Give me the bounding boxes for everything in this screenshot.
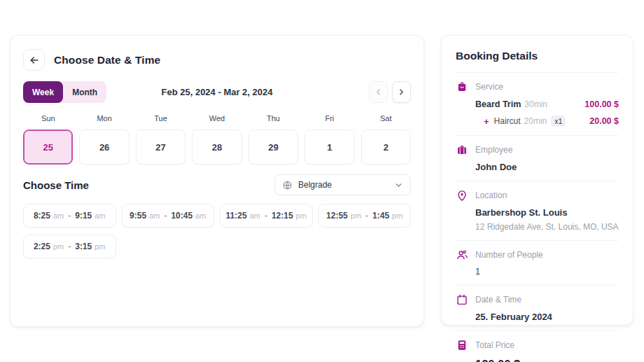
datetime-label: Date & Time (475, 295, 522, 305)
slot-start-time: 12:55 (326, 211, 348, 221)
calendar-icon (456, 293, 468, 306)
slot-end-time: 3:15 (75, 242, 92, 251)
day-cell[interactable]: 1 (304, 130, 354, 165)
week-nav (369, 81, 411, 103)
next-week-button[interactable] (392, 81, 411, 103)
booking-details-panel: Booking Details Service Beard Trim 30min… (441, 35, 634, 326)
service-main-row: Beard Trim 30min 100.00 $ (475, 99, 619, 109)
day-cell[interactable]: 29 (248, 130, 298, 165)
booking-details-title: Booking Details (456, 46, 619, 72)
location-address: 12 Ridgedale Ave, St. Louis, MO, USA (475, 222, 619, 232)
weekday-label: Wed (192, 114, 241, 130)
weekday-label: Fri (304, 114, 354, 130)
slot-end-period: am (94, 211, 105, 220)
slot-end-period: pm (296, 211, 307, 220)
time-slot[interactable]: 9:55 am - 10:45 am (122, 204, 215, 228)
globe-icon (282, 180, 293, 190)
slot-separator: - (263, 211, 269, 221)
day-cell-selected[interactable]: 25 (23, 130, 73, 165)
slot-separator: - (66, 242, 72, 251)
time-slot-list: 8:25 am - 9:15 am 9:55 am - 10:45 am 11:… (23, 204, 411, 258)
service-label: Service (475, 82, 503, 92)
addon-price: 20.00 $ (589, 116, 619, 126)
total-price-section: Total Price 120.00 $ (456, 331, 619, 362)
day-cell[interactable]: 26 (79, 130, 129, 165)
view-toggle: Week Month (23, 81, 106, 103)
map-pin-icon (456, 189, 468, 202)
page-title: Choose Date & Time (54, 54, 160, 67)
slot-end-period: am (195, 211, 206, 220)
choose-date-time-panel: Choose Date & Time Week Month Feb 25, 20… (10, 35, 424, 327)
slot-end-time: 9:15 (75, 211, 92, 221)
slot-end-time: 10:45 (171, 211, 192, 221)
day-cell[interactable]: 27 (136, 130, 186, 165)
employee-label: Employee (475, 145, 512, 155)
time-slot[interactable]: 2:25 pm - 3:15 pm (23, 235, 116, 258)
slot-end-time: 12:15 (272, 211, 293, 221)
slot-separator: - (162, 211, 168, 221)
slot-separator: - (364, 211, 370, 221)
datetime-value: 25. February 2024 (475, 312, 619, 322)
time-slot[interactable]: 8:25 am - 9:15 am (23, 204, 116, 228)
slot-end-time: 1:45 (372, 211, 389, 221)
chevron-left-icon (374, 88, 383, 97)
slot-start-period: am (53, 211, 64, 220)
day-cell[interactable]: 2 (361, 130, 411, 165)
location-section: Location Barbershop St. Louis 12 Ridgeda… (456, 181, 619, 241)
calendar-toolbar: Week Month Feb 25, 2024 - Mar 2, 2024 (23, 81, 411, 103)
slot-start-period: am (250, 211, 260, 220)
service-price: 100.00 $ (584, 99, 619, 109)
total-price-label: Total Price (475, 340, 514, 350)
timezone-select[interactable]: Belgrade (274, 174, 411, 195)
location-name: Barbershop St. Louis (475, 207, 619, 218)
timezone-value: Belgrade (298, 180, 388, 190)
shopping-bag-icon (456, 81, 468, 93)
quantity-badge: x1 (551, 116, 566, 127)
datetime-section: Date & Time 25. February 2024 (456, 286, 619, 331)
slot-start-time: 2:25 (34, 242, 50, 251)
briefcase-icon (456, 144, 468, 156)
slot-start-period: pm (53, 242, 64, 251)
weekday-label: Mon (79, 114, 129, 130)
slot-end-period: pm (94, 242, 105, 251)
week-calendar: Sun Mon Tue Wed Thu Fri Sat 25 26 27 28 … (23, 114, 411, 165)
slot-end-period: pm (392, 211, 402, 220)
addon-name: Haircut (494, 116, 521, 126)
weekday-label: Sun (23, 114, 73, 130)
month-toggle-button[interactable]: Month (63, 81, 106, 103)
arrow-left-icon (29, 55, 40, 66)
time-slot[interactable]: 11:25 am - 12:15 pm (220, 204, 313, 228)
slot-start-period: am (149, 211, 160, 220)
weekday-label: Tue (136, 114, 186, 130)
plus-icon: + (484, 116, 489, 127)
people-count: 1 (475, 267, 619, 277)
people-section: Number of People 1 (456, 241, 619, 286)
chevron-down-icon (394, 181, 403, 190)
previous-week-button[interactable] (369, 81, 388, 103)
choose-time-header: Choose Time Belgrade (23, 174, 411, 195)
weekday-label: Thu (248, 114, 298, 130)
slot-separator: - (66, 211, 72, 221)
slot-start-time: 8:25 (34, 211, 50, 221)
slot-start-time: 11:25 (226, 211, 247, 221)
employee-section: Employee John Doe (456, 136, 619, 181)
service-section: Service Beard Trim 30min 100.00 $ + Hair… (456, 73, 619, 136)
time-slot[interactable]: 12:55 pm - 1:45 pm (318, 204, 412, 228)
choose-time-title: Choose Time (23, 179, 89, 191)
panel-header: Choose Date & Time (23, 49, 411, 71)
back-button[interactable] (23, 49, 45, 71)
chevron-right-icon (397, 88, 406, 97)
total-price-value: 120.00 $ (475, 358, 619, 362)
service-name: Beard Trim (475, 99, 521, 109)
addon-duration: 20min (524, 116, 547, 126)
slot-start-period: pm (351, 211, 361, 220)
calculator-icon (456, 339, 468, 351)
location-label: Location (475, 190, 507, 200)
week-toggle-button[interactable]: Week (23, 81, 63, 103)
service-duration: 30min (524, 99, 547, 109)
slot-start-time: 9:55 (130, 211, 146, 221)
day-cell[interactable]: 28 (192, 130, 241, 165)
employee-name: John Doe (475, 162, 619, 172)
weekday-label: Sat (361, 114, 411, 130)
users-icon (456, 249, 468, 261)
